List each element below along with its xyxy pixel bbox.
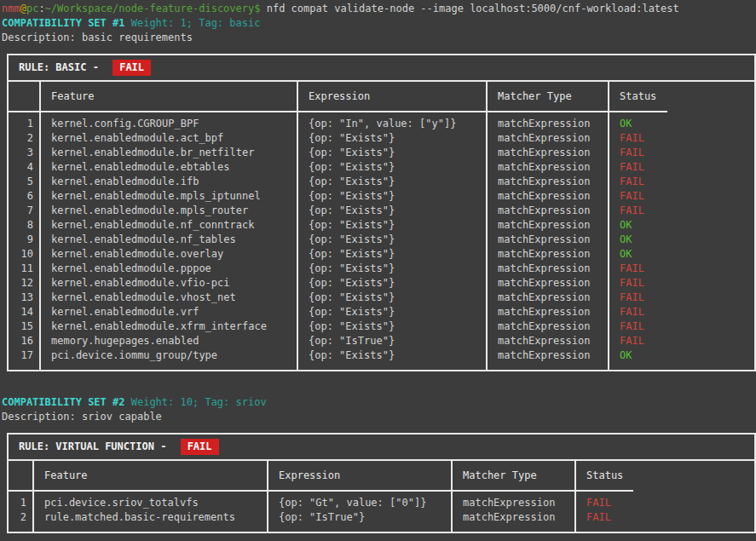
matcher-cell: matchExpression [488,276,608,291]
matcher-cell: matchExpression [488,218,608,233]
feature-cell: kernel.enabledmodule.xfrm_interface [41,319,297,334]
matcher-cell: matchExpression [488,291,608,305]
status-cell: OK [609,117,667,131]
status-cell: FAIL [576,496,633,510]
feature-cell: kernel.enabledmodule.ifb [41,175,297,189]
column-body-matcher: matchExpressionmatchExpression [453,492,574,532]
expression-cell: {op: "Exists"} [298,348,486,363]
column-body-status: OKFAILFAILFAILFAILFAILFAILOKOKOKFAILFAIL… [609,112,667,370]
status-cell: OK [609,348,667,363]
expression-cell: {op: "Exists"} [298,276,486,291]
matcher-cell: matchExpression [488,160,608,175]
matcher-cell: matchExpression [453,496,574,510]
feature-cell: kernel.enabledmodule.pppoe [41,262,297,276]
table-column-expression: Expression{op: "In", value: ["y"]}{op: "… [297,82,486,370]
prompt-line: nmm@pc:~/Workspace/node-feature-discover… [2,2,756,16]
feature-cell: kernel.enabledmodule.nf_tables [41,233,297,247]
column-header-status: Status [609,82,667,112]
column-body-feature: kernel.config.CGROUP_BPFkernel.enabledmo… [41,112,297,370]
row-number: 16 [9,334,39,348]
column-header-status: Status [576,461,633,492]
terminal-screen[interactable]: nmm@pc:~/Workspace/node-feature-discover… [2,2,756,533]
column-header-feature: Feature [41,82,297,112]
table-column-n: 12 [9,461,32,532]
status-cell: FAIL [609,189,667,204]
prompt-at: @ [20,3,26,14]
table-column-n: 1234567891011121314151617 [9,82,39,370]
set-title: COMPATIBILITY SET #1 [2,17,125,29]
set-description: Description: basic requirements [2,31,756,45]
feature-cell: kernel.enabledmodule.vfio-pci [41,276,297,291]
column-body-n: 12 [9,492,32,532]
status-cell: FAIL [609,131,667,146]
feature-cell: kernel.enabledmodule.br_netfilter [41,146,297,160]
feature-cell: rule.matched.basic-requirements [34,510,267,525]
rule-table: RULE: VIRTUAL FUNCTION - FAIL 12Featurep… [7,433,756,533]
feature-cell: kernel.enabledmodule.mpls_router [41,204,297,218]
matcher-cell: matchExpression [488,117,608,131]
status-cell: FAIL [609,175,667,189]
row-number: 2 [9,131,39,146]
table-column-matcher: Matcher TypematchExpressionmatchExpressi… [486,82,608,370]
table-column-feature: Featurekernel.config.CGROUP_BPFkernel.en… [39,82,297,370]
rule-title-row: RULE: BASIC - FAIL [9,55,754,82]
rule-title-row: RULE: VIRTUAL FUNCTION - FAIL [9,435,754,461]
feature-cell: kernel.enabledmodule.vhost_net [41,291,297,305]
column-header-expression: Expression [298,82,486,112]
prompt-host: pc [26,3,38,14]
status-cell: FAIL [609,262,667,276]
row-number: 10 [9,247,39,262]
compatibility-set: COMPATIBILITY SET #1 Weight: 1; Tag: bas… [2,16,756,371]
column-body-n: 1234567891011121314151617 [9,112,39,370]
status-cell: OK [609,233,667,247]
set-heading: COMPATIBILITY SET #1 Weight: 1; Tag: bas… [2,16,756,31]
compatibility-set: COMPATIBILITY SET #2 Weight: 10; Tag: sr… [2,395,756,533]
row-number: 15 [9,319,39,334]
rule-status-badge: FAIL [181,439,219,455]
column-header-matcher: Matcher Type [453,461,574,492]
row-number: 4 [9,160,39,175]
status-cell: FAIL [609,204,667,218]
feature-cell: kernel.enabledmodule.overlay [41,247,297,262]
status-cell: FAIL [609,305,667,319]
column-header-expression: Expression [268,461,451,492]
set-meta: Weight: 1; Tag: basic [125,17,261,29]
matcher-cell: matchExpression [488,204,608,218]
matcher-cell: matchExpression [488,189,608,204]
feature-cell: kernel.enabledmodule.mpls_iptunnel [41,189,297,204]
status-cell: FAIL [609,160,667,175]
row-number: 7 [9,204,39,218]
matcher-cell: matchExpression [488,334,608,348]
matcher-cell: matchExpression [488,146,608,160]
column-header-matcher: Matcher Type [488,82,608,112]
row-number: 3 [9,146,39,160]
status-cell: FAIL [609,291,667,305]
matcher-cell: matchExpression [488,262,608,276]
expression-cell: {op: "Exists"} [298,189,486,204]
matcher-cell: matchExpression [488,247,608,262]
rule-table-grid: 12Featurepci.device.sriov_totalvfsrule.m… [9,461,754,532]
table-column-expression: Expression{op: "Gt", value: ["0"]}{op: "… [267,461,451,532]
expression-cell: {op: "Exists"} [298,131,486,146]
matcher-cell: matchExpression [488,305,608,319]
row-number: 12 [9,276,39,291]
column-body-expression: {op: "Gt", value: ["0"]}{op: "IsTrue"} [268,492,451,532]
expression-cell: {op: "Exists"} [298,262,486,276]
expression-cell: {op: "Exists"} [298,291,486,305]
table-column-status: StatusFAILFAIL [574,461,633,532]
matcher-cell: matchExpression [488,348,608,363]
set-heading: COMPATIBILITY SET #2 Weight: 10; Tag: sr… [2,395,756,410]
row-number: 13 [9,291,39,305]
column-header-n [9,461,32,492]
status-cell: FAIL [609,334,667,348]
matcher-cell: matchExpression [488,233,608,247]
expression-cell: {op: "Exists"} [298,160,486,175]
row-number: 1 [9,117,39,131]
row-number: 2 [9,510,32,525]
feature-cell: kernel.config.CGROUP_BPF [41,117,297,131]
table-column-matcher: Matcher TypematchExpressionmatchExpressi… [451,461,574,532]
feature-cell: pci.device.iommu_group/type [41,348,297,363]
feature-cell: kernel.enabledmodule.vrf [41,305,297,319]
set-meta: Weight: 10; Tag: sriov [125,396,267,408]
prompt-user: nmm [2,3,20,14]
